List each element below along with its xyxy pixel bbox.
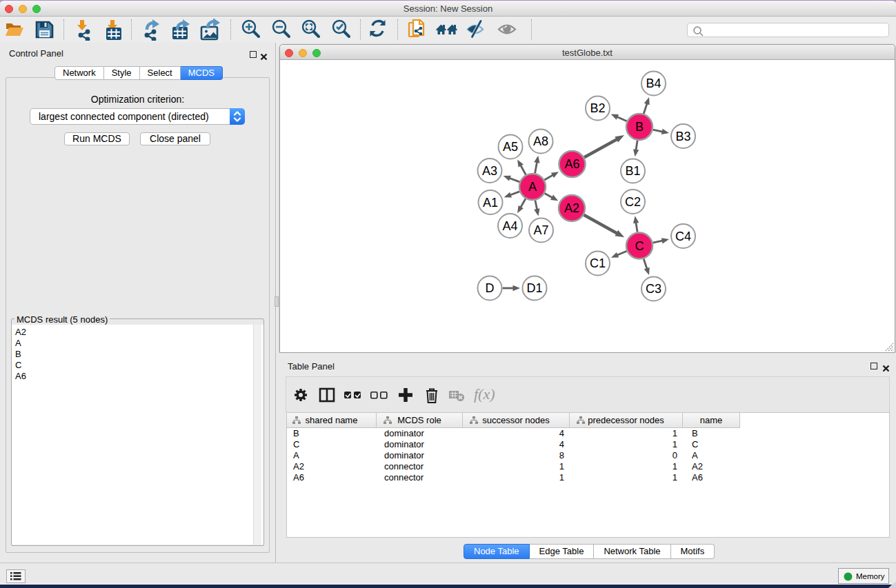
- svg-text:A: A: [528, 180, 537, 194]
- svg-text:C3: C3: [646, 282, 661, 296]
- svg-text:A1: A1: [483, 195, 498, 209]
- svg-text:A8: A8: [533, 134, 548, 148]
- svg-text:B4: B4: [646, 77, 661, 90]
- svg-text:B3: B3: [675, 129, 690, 143]
- svg-text:D1: D1: [526, 281, 542, 295]
- svg-text:A4: A4: [502, 219, 517, 232]
- svg-text:A2: A2: [564, 201, 579, 215]
- svg-text:C2: C2: [625, 194, 641, 208]
- svg-text:B: B: [635, 120, 644, 134]
- svg-text:C1: C1: [590, 256, 606, 270]
- svg-text:A5: A5: [503, 140, 518, 154]
- svg-text:C: C: [635, 239, 644, 252]
- svg-text:A6: A6: [564, 157, 579, 171]
- svg-text:B2: B2: [590, 101, 605, 115]
- svg-text:B1: B1: [625, 164, 640, 178]
- svg-text:A7: A7: [533, 223, 548, 237]
- svg-text:A3: A3: [482, 163, 497, 177]
- svg-text:D: D: [486, 281, 495, 295]
- svg-text:C4: C4: [675, 229, 691, 243]
